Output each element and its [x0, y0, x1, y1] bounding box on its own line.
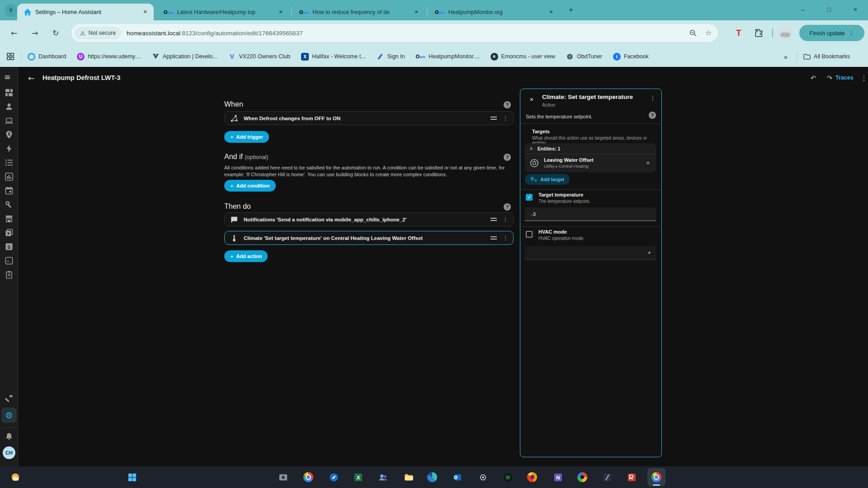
bookmark-emoncms[interactable]: Emoncms - user view	[491, 53, 555, 61]
drag-handle-icon[interactable]	[491, 117, 497, 120]
app-chrome[interactable]	[299, 468, 317, 486]
bookmark-halifax[interactable]: X Halifax - Welcome t...	[301, 53, 366, 61]
sidebar-item-person-pin[interactable]	[4, 129, 14, 140]
when-help-icon[interactable]: ?	[504, 101, 511, 108]
sidebar-item-tools[interactable]	[4, 199, 14, 210]
app-onenote[interactable]: N	[549, 468, 567, 486]
bookmark-udemy[interactable]: U https://www.udemy....	[77, 53, 141, 61]
app-compass-browser[interactable]	[325, 468, 343, 486]
sidebar-item-calendar[interactable]	[4, 185, 14, 196]
card-kebab-icon[interactable]: ⋮	[502, 216, 509, 223]
window-close-button[interactable]: ×	[843, 0, 868, 19]
app-screenshot-tool[interactable]	[274, 468, 292, 486]
sidebar-item-developer-tools[interactable]	[4, 393, 14, 404]
target-temperature-checkbox[interactable]: ✓	[526, 194, 533, 201]
traces-link[interactable]: Traces	[835, 75, 854, 81]
sidebar-item-hacs[interactable]	[4, 213, 14, 224]
actions-help-icon[interactable]: ?	[504, 203, 511, 211]
tab-settings-home-assistant[interactable]: Settings – Home Assistant ×	[17, 4, 154, 20]
url-text[interactable]: homeassistant.local:8123/config/automati…	[127, 30, 687, 37]
sidebar-item-studio-code[interactable]: S	[4, 241, 14, 252]
tab-heatpumpmonitor[interactable]: Oem HeatpumpMonitor.org ×	[429, 4, 560, 20]
card-kebab-icon[interactable]: ⋮	[502, 115, 509, 122]
remove-entity-icon[interactable]: ×	[644, 160, 651, 166]
bookmark-vx220[interactable]: V VX220 Owners Club	[228, 53, 290, 61]
app-obsidian-slash[interactable]	[598, 468, 616, 486]
bookmark-facebook[interactable]: f Facebook	[613, 53, 649, 61]
window-minimize-button[interactable]: –	[790, 0, 816, 19]
forward-button[interactable]: →	[28, 26, 42, 40]
extensions-puzzle-icon[interactable]	[752, 27, 765, 39]
redo-icon[interactable]: ↷	[824, 72, 835, 84]
app-outlook[interactable]	[448, 468, 466, 486]
action-card-notification[interactable]: Notifications 'Send a notification via m…	[224, 212, 514, 226]
target-temperature-input[interactable]: -3	[525, 207, 656, 221]
tab-search-button[interactable]: ∨	[5, 4, 17, 17]
tab-close-icon[interactable]: ×	[141, 8, 149, 16]
back-button[interactable]: ←	[7, 26, 21, 40]
trigger-card[interactable]: When Defrost changes from OFF to ON ⋮	[224, 111, 514, 125]
app-spotify[interactable]	[499, 468, 517, 486]
bookmark-obdtuner[interactable]: ObdTuner	[566, 53, 602, 61]
sidebar-item-energy[interactable]	[4, 143, 14, 154]
security-chip[interactable]: ⚠ Not secure	[75, 27, 121, 39]
app-teams[interactable]	[374, 468, 392, 486]
tab-latest-hardware[interactable]: Oem Latest Hardware/Heatpump top ×	[157, 4, 289, 20]
overflow-kebab-icon[interactable]: ⋮	[858, 72, 868, 84]
widgets-weather-icon[interactable]	[6, 468, 24, 486]
tesla-extension-icon[interactable]: T	[732, 27, 745, 39]
ha-back-button[interactable]: ←	[25, 72, 37, 84]
bookmark-dashboard[interactable]: Dashboard	[28, 53, 66, 61]
bookmark-application-develop[interactable]: Application | Develo...	[152, 53, 217, 61]
sidebar-item-settings[interactable]: ⚙	[1, 408, 17, 423]
bookmark-star-icon[interactable]: ☆	[703, 27, 714, 39]
sidebar-item-terminal[interactable]: >_	[4, 255, 14, 266]
sidebar-item-notifications[interactable]	[4, 431, 14, 442]
panel-kebab-icon[interactable]: ⋮	[649, 94, 657, 102]
app-file-explorer[interactable]	[400, 468, 418, 486]
sidebar-item-todo[interactable]	[4, 157, 14, 168]
zoom-out-icon[interactable]	[687, 27, 699, 39]
entities-header[interactable]: ∧ Entities: 1	[525, 143, 656, 154]
app-photos-pinwheel[interactable]	[573, 468, 591, 486]
tab-close-icon[interactable]: ×	[277, 8, 285, 16]
tab-close-icon[interactable]: ×	[412, 8, 420, 16]
menu-icon[interactable]: ≡	[4, 72, 14, 81]
conditions-help-icon[interactable]: ?	[504, 154, 511, 161]
sidebar-item-media[interactable]	[4, 227, 14, 238]
sidebar-item-person[interactable]	[4, 101, 14, 112]
tab-reduce-frequency[interactable]: Oem How to reduce frequency of de ×	[293, 4, 425, 20]
window-maximize-button[interactable]: □	[816, 0, 842, 19]
add-target-button[interactable]: ≡+ Add target	[525, 174, 570, 185]
app-firefox[interactable]	[523, 468, 541, 486]
tab-close-icon[interactable]: ×	[547, 8, 555, 16]
user-avatar[interactable]: CH	[3, 446, 15, 459]
card-kebab-icon[interactable]: ⋮	[502, 235, 509, 241]
app-edge[interactable]	[423, 468, 441, 486]
bookmark-heatpumpmonitor[interactable]: Oem HeatpumpMonitor....	[415, 53, 479, 60]
action-card-climate-selected[interactable]: Climate 'Set target temperature' on Cent…	[224, 231, 514, 245]
undo-icon[interactable]: ↶	[807, 72, 819, 84]
sidebar-item-history[interactable]	[4, 171, 14, 182]
panel-close-icon[interactable]: ×	[527, 94, 537, 104]
hvac-mode-select[interactable]: ▾	[525, 246, 656, 260]
add-condition-button[interactable]: + Add condition	[224, 180, 276, 192]
add-trigger-button[interactable]: + Add trigger	[224, 131, 269, 143]
app-chrome-active[interactable]	[647, 468, 665, 486]
drag-handle-icon[interactable]	[491, 236, 497, 239]
bookmarks-overflow-chevron[interactable]: »	[784, 53, 788, 61]
app-reader-red[interactable]	[623, 468, 641, 486]
side-panel-grid-icon[interactable]	[6, 52, 14, 61]
finish-update-button[interactable]: Finish update ⋮	[799, 25, 864, 41]
start-button[interactable]	[123, 468, 141, 486]
reload-button[interactable]: ↻	[49, 26, 62, 40]
bookmark-sign-in[interactable]: Sign In	[377, 53, 405, 61]
add-action-button[interactable]: + Add action	[224, 250, 268, 262]
drag-handle-icon[interactable]	[491, 218, 497, 221]
profile-avatar[interactable]	[778, 26, 792, 40]
all-bookmarks-button[interactable]: All Bookmarks	[803, 53, 850, 60]
panel-help-icon[interactable]: ?	[649, 112, 656, 119]
hvac-mode-checkbox[interactable]	[526, 231, 533, 238]
sidebar-item-laptop[interactable]	[4, 115, 14, 126]
sidebar-item-logbook[interactable]	[4, 269, 14, 280]
